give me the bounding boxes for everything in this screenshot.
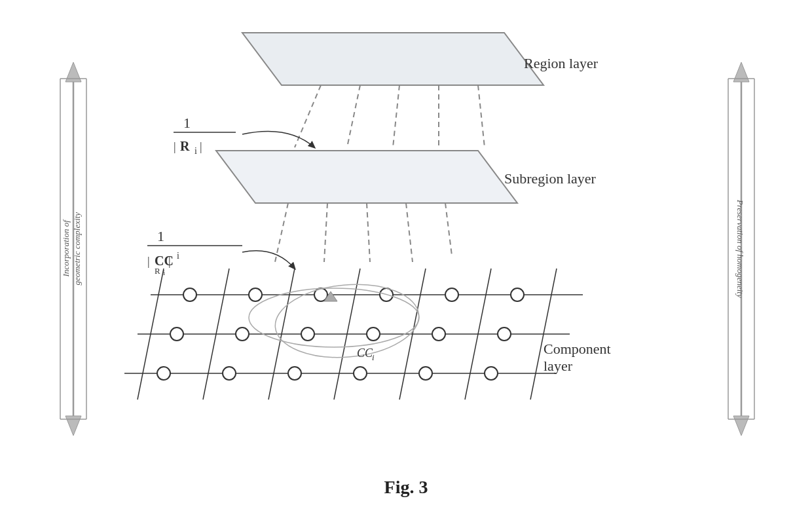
subregion-layer-shape (216, 151, 517, 262)
svg-line-23 (367, 203, 370, 262)
svg-point-42 (170, 328, 183, 341)
main-container: Incorporation ofgeometric complexity Pre… (0, 0, 812, 524)
svg-point-40 (445, 288, 458, 301)
svg-point-36 (183, 288, 196, 301)
svg-text:1: 1 (157, 228, 164, 244)
diagram-svg: CC i 1 | R i | 1 | CC i R (98, 20, 720, 478)
svg-point-50 (288, 367, 301, 380)
formula-region: 1 | R i | (174, 115, 314, 156)
svg-text:|: | (200, 140, 202, 153)
svg-marker-20 (216, 151, 517, 203)
left-arrow: Incorporation ofgeometric complexity (52, 59, 92, 439)
svg-text:i: i (194, 146, 197, 156)
formula-cc: 1 | CC i R i | (147, 228, 295, 276)
svg-point-41 (511, 288, 524, 301)
svg-text:i: i (372, 352, 375, 362)
svg-point-46 (432, 328, 445, 341)
svg-line-25 (445, 203, 452, 255)
component-layer: CC i (124, 269, 583, 400)
svg-text:|: | (174, 140, 176, 153)
region-layer-label: Region layer (524, 55, 598, 72)
svg-marker-14 (242, 33, 544, 85)
svg-text:i: i (177, 251, 179, 261)
svg-point-51 (354, 367, 367, 380)
svg-point-43 (236, 328, 249, 341)
right-arrow: Preservation of homogeneity (720, 59, 760, 439)
region-layer-shape (242, 33, 544, 147)
svg-line-17 (393, 85, 399, 147)
svg-point-48 (157, 367, 170, 380)
svg-point-44 (301, 328, 314, 341)
svg-line-19 (478, 85, 485, 147)
svg-line-24 (406, 203, 413, 262)
svg-point-37 (249, 288, 262, 301)
svg-line-16 (347, 85, 360, 147)
right-arrow-text: Preservation of homogeneity (735, 200, 746, 298)
svg-line-15 (295, 85, 321, 147)
svg-point-45 (367, 328, 380, 341)
svg-text:CC: CC (357, 346, 373, 360)
svg-text:i: i (163, 269, 165, 276)
svg-text:R: R (180, 139, 190, 153)
svg-point-53 (485, 367, 498, 380)
svg-text:R: R (155, 266, 160, 276)
component-layer-label: Componentlayer (544, 341, 611, 375)
svg-line-21 (275, 203, 288, 262)
left-arrow-text: Incorporation ofgeometric complexity (61, 212, 83, 286)
figure-caption: Fig. 3 (384, 477, 428, 498)
svg-line-22 (324, 203, 327, 262)
svg-point-49 (223, 367, 236, 380)
svg-text:|: | (147, 255, 150, 268)
svg-point-47 (498, 328, 511, 341)
subregion-layer-label: Subregion layer (504, 170, 596, 187)
svg-text:1: 1 (183, 115, 191, 131)
svg-text:|: | (168, 255, 171, 268)
svg-point-52 (419, 367, 432, 380)
diagram-area: Incorporation ofgeometric complexity Pre… (46, 20, 766, 504)
